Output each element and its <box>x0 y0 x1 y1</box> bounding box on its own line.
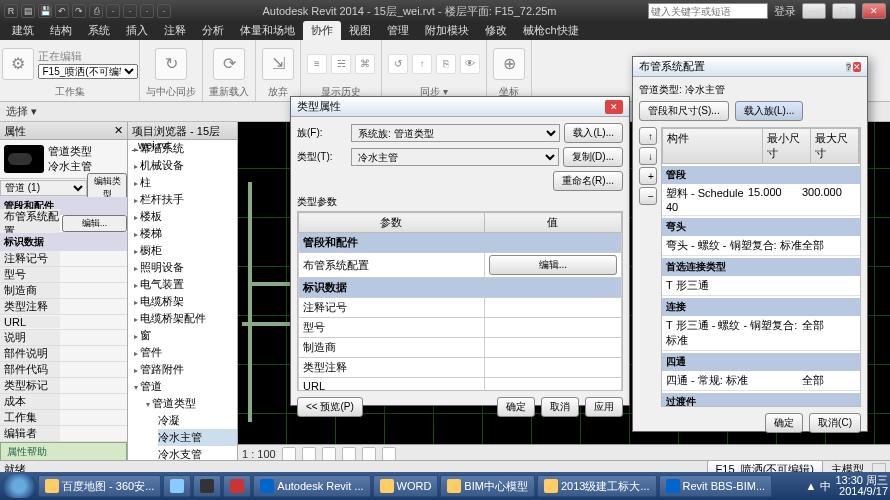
junc-item[interactable]: T 形三通 - 螺纹 - 铜塑复合: 标准 <box>666 318 802 348</box>
elbow-item[interactable]: 弯头 - 螺纹 - 铜塑复合: 标准 <box>666 238 802 253</box>
add-row-button[interactable]: + <box>639 167 657 185</box>
param-value[interactable] <box>484 318 621 338</box>
active-workset-select[interactable]: F15_喷洒(不可编辑) <box>38 64 138 79</box>
tab-modify[interactable]: 修改 <box>477 21 515 40</box>
taskbar-item[interactable]: BIM中心模型 <box>440 475 535 497</box>
ok-button[interactable]: 确定 <box>497 397 535 417</box>
ime-icon[interactable]: 中 <box>820 479 831 494</box>
view-scale[interactable]: 1 : 100 <box>242 448 276 460</box>
reveal-icon[interactable] <box>382 447 396 461</box>
ok-button[interactable]: 确定 <box>765 413 803 433</box>
close-icon[interactable]: ✕ <box>605 100 623 114</box>
param-value[interactable] <box>484 378 621 392</box>
type-select[interactable]: 冷水主管 <box>351 148 559 166</box>
browser-node-pipe[interactable]: 管道 <box>134 378 237 395</box>
browser-node[interactable]: 楼板 <box>134 208 237 225</box>
help-icon[interactable]: ? <box>846 62 851 72</box>
junc-size[interactable]: 全部 <box>802 318 856 348</box>
load-button[interactable]: 载入(L)... <box>564 123 623 143</box>
detail-level-icon[interactable] <box>282 447 296 461</box>
browser-node[interactable]: 管件 <box>134 344 237 361</box>
print-icon[interactable]: ⎙ <box>89 4 103 18</box>
properties-help-link[interactable]: 属性帮助 <box>0 442 127 462</box>
move-up-button[interactable]: ↑ <box>639 127 657 145</box>
history-icon[interactable]: ≡ <box>307 54 327 74</box>
rename-button[interactable]: 重命名(R)... <box>553 171 623 191</box>
tab-view[interactable]: 视图 <box>341 21 379 40</box>
browser-node-pipetype[interactable]: 管道类型 <box>146 395 237 412</box>
param-value[interactable] <box>484 338 621 358</box>
visual-style-icon[interactable] <box>302 447 316 461</box>
browser-leaf[interactable]: 冷凝 <box>158 412 237 429</box>
qat-icon[interactable]: · <box>106 4 120 18</box>
browser-node[interactable]: 照明设备 <box>134 259 237 276</box>
taskbar-item[interactable]: 2013级建工标大... <box>537 475 657 497</box>
taskbar-item[interactable]: Revit BBS-BIM... <box>659 475 773 497</box>
save-icon[interactable]: 💾 <box>38 4 52 18</box>
monitor-icon[interactable]: 👁 <box>460 54 480 74</box>
param-value[interactable] <box>484 298 621 318</box>
move-down-button[interactable]: ↓ <box>639 147 657 165</box>
select-mode[interactable]: 选择 ▾ <box>6 104 37 119</box>
apply-button[interactable]: 应用 <box>585 397 623 417</box>
taskbar-item[interactable]: Autodesk Revit ... <box>253 475 370 497</box>
qat-icon[interactable]: · <box>157 4 171 18</box>
elbow-size[interactable]: 全部 <box>802 238 856 253</box>
crop-icon[interactable] <box>342 447 356 461</box>
browser-node[interactable]: 机械设备 <box>134 157 237 174</box>
coords-icon[interactable]: ⊕ <box>493 48 525 80</box>
tab-structure[interactable]: 结构 <box>42 21 80 40</box>
workset-icon[interactable]: ⚙ <box>2 48 34 80</box>
reload-icon[interactable]: ⟳ <box>213 48 245 80</box>
browser-node[interactable]: 橱柜 <box>134 242 237 259</box>
qat-icon[interactable]: · <box>140 4 154 18</box>
family-select[interactable]: 系统族: 管道类型 <box>351 124 560 142</box>
redo-icon[interactable]: ↷ <box>72 4 86 18</box>
instance-filter-select[interactable]: 管道 (1) <box>0 180 87 196</box>
remove-row-button[interactable]: − <box>639 187 657 205</box>
browser-node[interactable]: 楼梯 <box>134 225 237 242</box>
publish-icon[interactable]: ↑ <box>412 54 432 74</box>
open-icon[interactable]: ▤ <box>21 4 35 18</box>
segments-sizes-button[interactable]: 管段和尺寸(S)... <box>639 101 729 121</box>
taskbar-item[interactable] <box>223 475 251 497</box>
tab-manage[interactable]: 管理 <box>379 21 417 40</box>
browser-node[interactable]: 电缆桥架配件 <box>134 310 237 327</box>
login-link[interactable]: 登录 <box>774 4 796 19</box>
pref-item[interactable]: T 形三通 <box>666 278 856 293</box>
backup-icon[interactable]: ☵ <box>331 54 351 74</box>
param-value[interactable]: 编辑... <box>484 253 621 278</box>
tab-annotate[interactable]: 注释 <box>156 21 194 40</box>
close-icon[interactable]: ✕ <box>853 62 861 72</box>
tab-collaborate[interactable]: 协作 <box>303 21 341 40</box>
tab-insert[interactable]: 插入 <box>118 21 156 40</box>
browser-node[interactable]: 柱 <box>134 174 237 191</box>
tray-icon[interactable]: ▲ <box>806 480 817 492</box>
seg-item[interactable]: 塑料 - Schedule 40 <box>666 186 748 213</box>
seg-max[interactable]: 300.000 <box>802 186 856 213</box>
close-button[interactable]: ✕ <box>862 3 886 19</box>
tab-systems[interactable]: 系统 <box>80 21 118 40</box>
cross-item[interactable]: 四通 - 常规: 标准 <box>666 373 802 388</box>
undo-icon[interactable]: ↶ <box>55 4 69 18</box>
cross-size[interactable]: 全部 <box>802 373 856 388</box>
tab-shortcut[interactable]: 械枪ch快捷 <box>515 21 587 40</box>
qat-icon[interactable]: · <box>123 4 137 18</box>
hide-icon[interactable] <box>362 447 376 461</box>
restore-icon[interactable]: ⌘ <box>355 54 375 74</box>
revit-menu-icon[interactable]: R <box>4 4 18 18</box>
taskbar-item[interactable]: 百度地图 - 360安... <box>38 475 161 497</box>
edit-routing-button[interactable]: 编辑... <box>62 215 127 232</box>
duplicate-button[interactable]: 复制(D)... <box>563 147 623 167</box>
minimize-button[interactable]: — <box>802 3 826 19</box>
preview-button[interactable]: << 预览(P) <box>297 397 363 417</box>
browser-node[interactable]: 电缆桥架 <box>134 293 237 310</box>
help-search-input[interactable] <box>648 3 768 19</box>
seg-min[interactable]: 15.000 <box>748 186 802 213</box>
relinquish-icon[interactable]: ⇲ <box>262 48 294 80</box>
browser-node[interactable]: 幕墙系统 <box>134 140 237 157</box>
sync-icon[interactable]: ↻ <box>155 48 187 80</box>
shadows-icon[interactable] <box>322 447 336 461</box>
load-family-button[interactable]: 载入族(L)... <box>735 101 804 121</box>
cancel-button[interactable]: 取消(C) <box>809 413 861 433</box>
